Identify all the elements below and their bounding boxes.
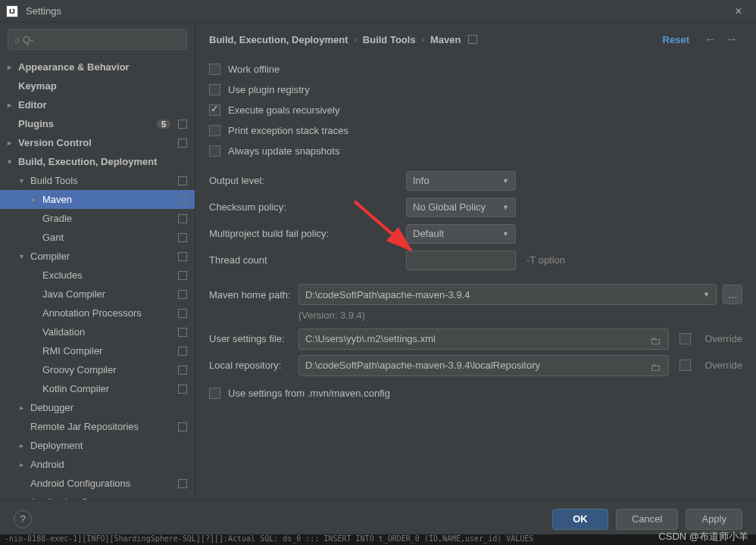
tree-item-excludes[interactable]: Excludes	[0, 266, 195, 285]
scope-icon	[178, 347, 187, 356]
crumb-1[interactable]: Build Tools	[363, 34, 416, 45]
expand-arrow-icon	[20, 460, 30, 469]
reset-link[interactable]: Reset	[663, 34, 689, 45]
tree-item-annotation-processors[interactable]: Annotation Processors	[0, 304, 195, 322]
app-icon: IJ	[6, 5, 18, 17]
back-icon[interactable]: ←	[704, 33, 717, 46]
maven-version-label: (Version: 3.9.4)	[209, 310, 742, 321]
tree-item-version-control[interactable]: Version Control	[0, 133, 195, 152]
tree-item-debugger[interactable]: Debugger	[0, 398, 195, 417]
settings-tree[interactable]: Appearance & BehaviorKeymapEditorPlugins…	[0, 56, 195, 500]
window-title: Settings	[26, 5, 727, 17]
watermark: CSDN @布道师小羊	[658, 530, 748, 543]
forward-icon[interactable]: →	[726, 33, 738, 46]
scope-icon	[178, 214, 187, 223]
tree-item-android-configurations[interactable]: Android Configurations	[0, 474, 195, 493]
scope-icon	[178, 290, 187, 299]
tree-item-rmi-compiler[interactable]: RMI Compiler	[0, 341, 195, 360]
tree-item-kotlin-compiler[interactable]: Kotlin Compiler	[0, 379, 195, 398]
expand-arrow-icon	[32, 195, 42, 204]
maven-home-combo[interactable]: D:\codeSoftPath\apache-maven-3.9.4▼	[298, 284, 717, 305]
expand-arrow-icon	[8, 139, 18, 147]
tree-item-appearance-behavior[interactable]: Appearance & Behavior	[0, 58, 195, 76]
tree-item-label: Remote Jar Repositories	[30, 421, 175, 432]
apply-button[interactable]: Apply	[686, 509, 742, 530]
tree-item-editor[interactable]: Editor	[0, 95, 195, 114]
expand-arrow-icon	[20, 441, 30, 450]
expand-arrow-icon	[20, 403, 30, 412]
user-settings-override-checkbox[interactable]	[679, 333, 691, 344]
tree-item-label: Android Configurations	[30, 478, 175, 489]
checksum-combo[interactable]: No Global Policy▼	[406, 198, 516, 217]
tree-item-label: Gant	[42, 232, 175, 243]
tree-item-plugins[interactable]: Plugins5	[0, 114, 195, 133]
expand-arrow-icon	[20, 176, 30, 185]
folder-icon[interactable]: 🗀	[650, 361, 662, 370]
caret-down-icon: ▼	[502, 230, 509, 238]
always-update-checkbox[interactable]	[209, 145, 220, 157]
tree-item-label: Plugins	[18, 118, 157, 129]
tree-item-groovy-compiler[interactable]: Groovy Compiler	[0, 360, 195, 379]
crumb-0[interactable]: Build, Execution, Deployment	[209, 34, 348, 45]
browse-button[interactable]: …	[723, 285, 742, 304]
local-repo-override-label: Override	[704, 360, 742, 371]
search-input[interactable]: ⌕ Q-	[8, 29, 187, 50]
tree-item-validation[interactable]: Validation	[0, 322, 195, 341]
work-offline-checkbox[interactable]	[209, 64, 220, 75]
local-repo-input[interactable]: D:\codeSoftPath\apache-maven-3.9.4\local…	[298, 355, 669, 376]
mvn-config-checkbox[interactable]	[209, 388, 220, 399]
plugin-registry-checkbox[interactable]	[209, 84, 220, 95]
tree-item-build-tools[interactable]: Build Tools	[0, 171, 195, 190]
cancel-button[interactable]: Cancel	[616, 509, 678, 530]
tree-item-build-execution-deployment[interactable]: Build, Execution, Deployment	[0, 152, 195, 171]
breadcrumb: Build, Execution, Deployment › Build Too…	[195, 23, 756, 56]
tree-item-java-compiler[interactable]: Java Compiler	[0, 285, 195, 304]
scope-icon	[178, 176, 187, 185]
tree-item-gant[interactable]: Gant	[0, 228, 195, 247]
tree-item-label: RMI Compiler	[42, 345, 175, 357]
expand-arrow-icon	[8, 157, 18, 166]
thread-count-input[interactable]	[406, 251, 516, 270]
user-settings-input[interactable]: C:\Users\yyb\.m2\settings.xml🗀	[298, 329, 669, 350]
tree-item-remote-jar-repositories[interactable]: Remote Jar Repositories	[0, 417, 195, 436]
tree-item-maven[interactable]: Maven	[0, 190, 195, 209]
tree-item-label: Android	[30, 459, 187, 470]
tree-item-label: Debugger	[30, 402, 187, 413]
fail-policy-label: Multiproject build fail policy:	[209, 228, 406, 239]
scope-icon	[178, 120, 187, 129]
user-settings-override-label: Override	[704, 333, 742, 344]
caret-down-icon: ▼	[703, 291, 710, 298]
tree-item-keymap[interactable]: Keymap	[0, 76, 195, 95]
tree-item-label: Version Control	[18, 137, 175, 148]
thread-count-hint: -T option	[526, 254, 565, 266]
plugin-registry-label: Use plugin registry	[228, 84, 310, 95]
exec-recursive-checkbox[interactable]	[209, 104, 220, 116]
always-update-label: Always update snapshots	[228, 145, 339, 157]
tree-item-label: Compiler	[30, 251, 175, 262]
output-level-combo[interactable]: Info▼	[406, 171, 516, 191]
titlebar: IJ Settings ×	[0, 0, 756, 23]
scope-icon	[178, 309, 187, 318]
fail-policy-combo[interactable]: Default▼	[406, 224, 516, 244]
help-button[interactable]: ?	[14, 510, 32, 528]
tree-item-gradle[interactable]: Gradle	[0, 209, 195, 228]
tree-item-deployment[interactable]: Deployment	[0, 436, 195, 455]
thread-count-label: Thread count	[209, 254, 406, 266]
tree-item-label: Deployment	[30, 440, 187, 451]
tree-item-label: Groovy Compiler	[42, 364, 175, 375]
close-icon[interactable]: ×	[727, 5, 750, 18]
tree-item-label: Build Tools	[30, 175, 175, 186]
local-repo-override-checkbox[interactable]	[679, 360, 691, 371]
tree-item-compiler[interactable]: Compiler	[0, 247, 195, 266]
tree-item-label: Keymap	[18, 80, 187, 92]
scope-icon	[178, 479, 187, 488]
tree-item-label: Editor	[18, 99, 187, 111]
tree-item-android[interactable]: Android	[0, 455, 195, 474]
scope-icon	[178, 422, 187, 431]
tree-item-application-servers[interactable]: Application Servers	[0, 493, 195, 500]
print-exception-checkbox[interactable]	[209, 125, 220, 136]
folder-icon[interactable]: 🗀	[650, 335, 662, 344]
ok-button[interactable]: OK	[552, 509, 608, 530]
scope-icon	[178, 385, 187, 394]
scope-icon	[178, 195, 187, 204]
